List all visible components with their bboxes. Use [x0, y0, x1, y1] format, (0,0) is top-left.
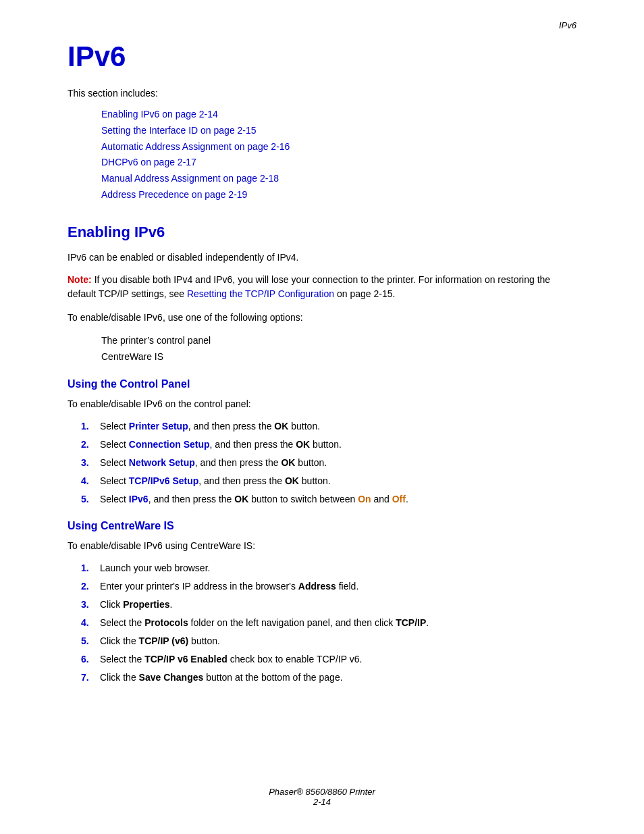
cw-step-7-content: Click the Save Changes button at the bot…	[100, 671, 576, 685]
enabling-body1: IPv6 can be enabled or disabled independ…	[68, 251, 576, 265]
cw-step-6-bold: TCP/IP v6 Enabled	[144, 654, 227, 664]
enabling-ipv6-heading: Enabling IPv6	[68, 224, 576, 241]
cp-step-5-on: On	[358, 494, 371, 504]
cw-step-2-bold: Address	[298, 581, 336, 592]
cw-step-4-num: 4.	[81, 616, 100, 630]
cp-step-5-bold: IPv6	[129, 494, 149, 504]
toc-link-2[interactable]: Setting the Interface ID on page 2-15	[101, 123, 576, 139]
control-panel-heading: Using the Control Panel	[68, 378, 576, 390]
footer: Phaser® 8560/8860 Printer 2-14	[0, 787, 644, 807]
centreware-intro: To enable/disable IPv6 using CentreWare …	[68, 539, 576, 553]
cw-step-5-num: 5.	[81, 634, 100, 648]
note-suffix: on page 2-15.	[334, 288, 395, 299]
cp-step-3-content: Select Network Setup, and then press the…	[100, 456, 576, 470]
cp-step-4: 4. Select TCP/IPv6 Setup, and then press…	[81, 474, 576, 488]
cp-step-1-content: Select Printer Setup, and then press the…	[100, 419, 576, 434]
cp-step-1-num: 1.	[81, 419, 100, 434]
enabling-body2: To enable/disable IPv6, use one of the f…	[68, 311, 576, 325]
cp-step-2-bold: Connection Setup	[129, 439, 210, 450]
cp-step-2: 2. Select Connection Setup, and then pre…	[81, 438, 576, 452]
toc-links: Enabling IPv6 on page 2-14 Setting the I…	[101, 107, 576, 203]
cw-step-6: 6. Select the TCP/IP v6 Enabled check bo…	[81, 652, 576, 667]
cp-step-1-bold: Printer Setup	[129, 421, 188, 432]
cp-step-2-ok: OK	[296, 439, 310, 450]
cw-step-4-content: Select the Protocols folder on the left …	[100, 616, 576, 630]
cp-step-1-ok: OK	[274, 421, 288, 432]
cp-step-5-content: Select IPv6, and then press the OK butto…	[100, 492, 576, 506]
cw-step-1: 1. Launch your web browser.	[81, 561, 576, 575]
cw-step-2-content: Enter your printer's IP address in the b…	[100, 579, 576, 594]
cp-step-4-bold: TCP/IPv6 Setup	[129, 475, 198, 486]
cp-step-3-bold: Network Setup	[129, 457, 195, 468]
cw-step-7: 7. Click the Save Changes button at the …	[81, 671, 576, 685]
cp-step-5-off: Off	[392, 494, 406, 504]
cw-step-4-bold1: Protocols	[144, 617, 188, 628]
control-panel-intro: To enable/disable IPv6 on the control pa…	[68, 397, 576, 411]
cp-step-4-ok: OK	[285, 475, 299, 486]
cp-step-2-num: 2.	[81, 438, 100, 452]
cw-step-4: 4. Select the Protocols folder on the le…	[81, 616, 576, 630]
cp-step-3-ok: OK	[281, 457, 295, 468]
cw-step-3-content: Click Properties.	[100, 598, 576, 612]
cw-step-3-bold: Properties	[123, 599, 169, 610]
page-title: IPv6	[68, 41, 576, 73]
toc-link-4[interactable]: DHCPv6 on page 2-17	[101, 155, 576, 171]
toc-link-6[interactable]: Address Precedence on page 2-19	[101, 187, 576, 203]
option-1: The printer’s control panel	[101, 333, 576, 349]
cp-step-5-ok: OK	[234, 494, 248, 504]
cp-step-5-num: 5.	[81, 492, 100, 506]
cp-step-4-num: 4.	[81, 474, 100, 488]
note-box: Note: If you disable both IPv4 and IPv6,…	[68, 273, 576, 301]
note-link[interactable]: Resetting the TCP/IP Configuration	[187, 288, 334, 299]
cp-step-5: 5. Select IPv6, and then press the OK bu…	[81, 492, 576, 506]
header-right: IPv6	[559, 20, 576, 30]
toc-link-3[interactable]: Automatic Address Assignment on page 2-1…	[101, 139, 576, 155]
cp-step-2-content: Select Connection Setup, and then press …	[100, 438, 576, 452]
cw-step-2: 2. Enter your printer's IP address in th…	[81, 579, 576, 594]
cw-step-7-bold: Save Changes	[139, 672, 204, 683]
footer-line2: 2-14	[0, 797, 644, 807]
cw-step-3-num: 3.	[81, 598, 100, 612]
header-title: IPv6	[559, 20, 576, 30]
cw-step-5-content: Click the TCP/IP (v6) button.	[100, 634, 576, 648]
cw-step-6-content: Select the TCP/IP v6 Enabled check box t…	[100, 652, 576, 667]
cw-step-5: 5. Click the TCP/IP (v6) button.	[81, 634, 576, 648]
cw-step-7-num: 7.	[81, 671, 100, 685]
centreware-steps: 1. Launch your web browser. 2. Enter you…	[81, 561, 576, 685]
cw-step-2-num: 2.	[81, 579, 100, 594]
centreware-heading: Using CentreWare IS	[68, 520, 576, 532]
toc-link-1[interactable]: Enabling IPv6 on page 2-14	[101, 107, 576, 123]
toc-link-5[interactable]: Manual Address Assignment on page 2-18	[101, 171, 576, 187]
cw-step-1-content: Launch your web browser.	[100, 561, 576, 575]
cw-step-5-bold: TCP/IP (v6)	[139, 635, 189, 646]
cw-step-3: 3. Click Properties.	[81, 598, 576, 612]
cp-step-3-num: 3.	[81, 456, 100, 470]
page: IPv6 IPv6 This section includes: Enablin…	[0, 0, 644, 834]
control-panel-steps: 1. Select Printer Setup, and then press …	[81, 419, 576, 506]
intro-text: This section includes:	[68, 88, 576, 99]
cp-step-1: 1. Select Printer Setup, and then press …	[81, 419, 576, 434]
cw-step-1-num: 1.	[81, 561, 100, 575]
option-2: CentreWare IS	[101, 349, 576, 365]
cp-step-4-content: Select TCP/IPv6 Setup, and then press th…	[100, 474, 576, 488]
cw-step-6-num: 6.	[81, 652, 100, 667]
cp-step-3: 3. Select Network Setup, and then press …	[81, 456, 576, 470]
note-label: Note:	[68, 274, 92, 285]
cw-step-4-bold2: TCP/IP	[396, 617, 426, 628]
footer-line1: Phaser® 8560/8860 Printer	[0, 787, 644, 797]
options-list: The printer’s control panel CentreWare I…	[101, 333, 576, 365]
